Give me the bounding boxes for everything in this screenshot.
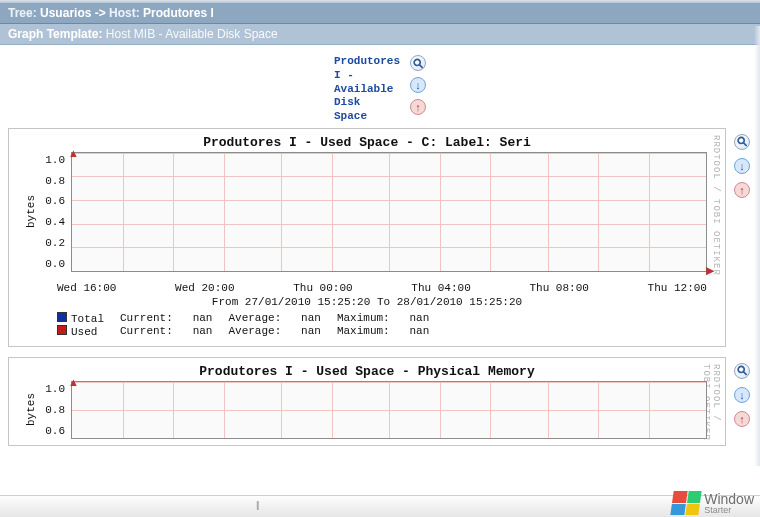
xtick: Thu 04:00 xyxy=(411,282,470,294)
title-l5: Space xyxy=(334,110,367,122)
legend-value: nan xyxy=(301,312,321,324)
y-axis-arrow-icon: ▲ xyxy=(68,376,79,388)
legend-max-label: Maximum: xyxy=(337,312,390,324)
zoom-icon[interactable] xyxy=(410,55,426,71)
title-l2: I - xyxy=(334,69,354,81)
legend-cur-label: Current: xyxy=(120,325,173,337)
tree-value: Usuarios xyxy=(40,6,91,20)
legend-row-total: Total Current: nan Average: nan Maximum:… xyxy=(57,312,707,325)
y-axis-ticks: 1.0 0.8 0.6 0.4 0.2 0.0 xyxy=(41,152,71,272)
graph-panel-used-space-c: RRDTOOL / TOBI OETIKER Produtores I - Us… xyxy=(8,128,726,347)
legend-value: nan xyxy=(410,312,430,324)
title-icon-column xyxy=(410,55,426,115)
windows-edition: Starter xyxy=(704,506,754,515)
swatch-used-icon xyxy=(57,325,67,335)
status-bar: |||| Window Starter xyxy=(0,495,760,517)
title-l3: Available xyxy=(334,83,393,95)
graph-template-label: Graph Template: xyxy=(8,27,102,41)
x-axis-range: From 27/01/2010 15:25:20 To 28/01/2010 1… xyxy=(9,294,725,312)
page-top-icon[interactable] xyxy=(734,411,750,427)
host-label: Host: xyxy=(109,6,140,20)
legend-value: nan xyxy=(193,325,213,337)
y-axis-arrow-icon: ▲ xyxy=(68,147,79,159)
title-l1: Produtores xyxy=(334,55,400,67)
plot-wrap: bytes 1.0 0.8 0.6 0.4 0.2 0.0 ▲ ▶ xyxy=(9,152,725,278)
xtick: Thu 12:00 xyxy=(648,282,707,294)
windows-watermark: Window Starter xyxy=(672,491,754,515)
swatch-total-icon xyxy=(57,312,67,322)
graph-side-icons xyxy=(734,357,752,427)
tree-label: Tree: xyxy=(8,6,37,20)
y-axis-label: bytes xyxy=(21,195,41,228)
page-top-icon[interactable] xyxy=(734,182,750,198)
x-axis-arrow-icon: ▶ xyxy=(706,264,714,277)
host-value: Produtores I xyxy=(143,6,214,20)
legend-value: nan xyxy=(410,325,430,337)
legend-used-label: Used xyxy=(71,326,97,338)
chart-legend: Total Current: nan Average: nan Maximum:… xyxy=(9,312,725,346)
graph-panel-physical-memory: RRDTOOL / TOBI OETIKER Produtores I - Us… xyxy=(8,357,726,446)
x-axis-ticks: Wed 16:00 Wed 20:00 Thu 00:00 Thu 04:00 … xyxy=(9,278,725,294)
rrdtool-credit: RRDTOOL / TOBI OETIKER xyxy=(711,135,721,276)
ytick: 0.0 xyxy=(41,258,65,270)
graph-side-icons xyxy=(734,128,752,198)
zoom-icon[interactable] xyxy=(734,363,750,379)
title-l4: Disk xyxy=(334,96,360,108)
ytick: 0.6 xyxy=(41,195,65,207)
graph-template-header: Graph Template: Host MIB - Available Dis… xyxy=(0,24,760,45)
xtick: Thu 08:00 xyxy=(529,282,588,294)
legend-cur-label: Current: xyxy=(120,312,173,324)
legend-value: nan xyxy=(301,325,321,337)
ytick: 0.6 xyxy=(41,425,65,437)
y-axis-label: bytes xyxy=(21,393,41,426)
page-top-icon[interactable] xyxy=(410,99,426,115)
download-csv-icon[interactable] xyxy=(734,158,750,174)
ytick: 0.8 xyxy=(41,175,65,187)
legend-max-label: Maximum: xyxy=(337,325,390,337)
xtick: Wed 20:00 xyxy=(175,282,234,294)
graph-template-value: Host MIB - Available Disk Space xyxy=(106,27,278,41)
windows-brand: Window xyxy=(704,492,754,506)
zoom-icon[interactable] xyxy=(734,134,750,150)
xtick: Thu 00:00 xyxy=(293,282,352,294)
plot-wrap: bytes 1.0 0.8 0.6 ▲ xyxy=(9,381,725,445)
windows-watermark-text: Window Starter xyxy=(704,492,754,515)
chart-plot-area: ▲ ▶ xyxy=(71,152,707,272)
ytick: 1.0 xyxy=(41,154,65,166)
legend-total-label: Total xyxy=(71,313,104,325)
ytick: 1.0 xyxy=(41,383,65,395)
breadcrumb: Tree: Usuarios -> Host: Produtores I xyxy=(0,3,760,24)
download-csv-icon[interactable] xyxy=(734,387,750,403)
legend-row-used: Used Current: nan Average: nan Maximum: … xyxy=(57,325,707,338)
graph-title-text[interactable]: Produtores I - Available Disk Space xyxy=(334,55,404,124)
graph-row-1: RRDTOOL / TOBI OETIKER Produtores I - Us… xyxy=(8,128,752,347)
ytick: 0.4 xyxy=(41,216,65,228)
graphs-container: RRDTOOL / TOBI OETIKER Produtores I - Us… xyxy=(0,128,760,446)
pane-resize-grip-icon[interactable]: |||| xyxy=(256,500,257,510)
windows-flag-icon xyxy=(671,491,702,515)
graph-row-2: RRDTOOL / TOBI OETIKER Produtores I - Us… xyxy=(8,357,752,446)
xtick: Wed 16:00 xyxy=(57,282,116,294)
legend-value: nan xyxy=(193,312,213,324)
chart-plot-area: ▲ xyxy=(71,381,707,439)
ytick: 0.8 xyxy=(41,404,65,416)
graph-title-row: Produtores I - Available Disk Space xyxy=(0,45,760,128)
chart-title: Produtores I - Used Space - Physical Mem… xyxy=(9,358,725,381)
ytick: 0.2 xyxy=(41,237,65,249)
y-axis-ticks: 1.0 0.8 0.6 xyxy=(41,381,71,439)
legend-avg-label: Average: xyxy=(228,325,281,337)
download-csv-icon[interactable] xyxy=(410,77,426,93)
scroll-shadow xyxy=(754,26,760,466)
legend-avg-label: Average: xyxy=(228,312,281,324)
chart-title: Produtores I - Used Space - C: Label: Se… xyxy=(9,129,725,152)
breadcrumb-arrow: -> xyxy=(95,6,106,20)
